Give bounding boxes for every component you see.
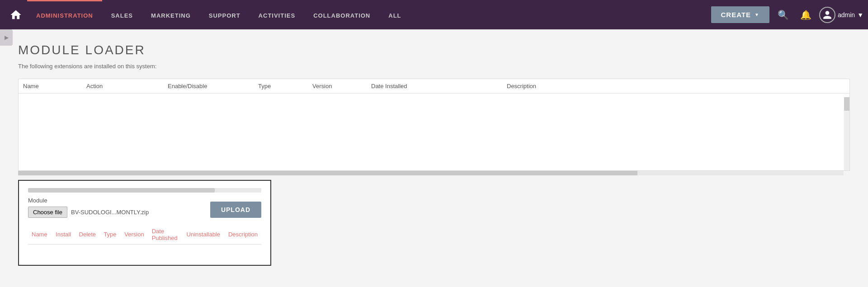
nav-item-collaboration[interactable]: COLLABORATION [304, 0, 379, 29]
nav-item-marketing[interactable]: MARKETING [142, 0, 200, 29]
col-version: Version [308, 79, 367, 94]
avatar [819, 7, 835, 23]
upload-table: Name Install Delete Type Version Date Pu… [28, 225, 261, 258]
table-scrollbar[interactable] [844, 97, 849, 170]
page-title: MODULE LOADER [18, 43, 850, 57]
nav-right: CREATE ▼ 🔍 🔔 admin ▼ [711, 6, 863, 24]
nav-item-support[interactable]: SUPPORT [200, 0, 250, 29]
create-caret-icon: ▼ [755, 12, 760, 17]
upload-button[interactable]: UPLOAD [210, 202, 261, 218]
col-type: Type [254, 79, 308, 94]
upload-h-scroll[interactable] [28, 188, 261, 193]
create-button[interactable]: CREATE ▼ [711, 6, 769, 23]
extensions-table: Name Action Enable/Disable Type Version … [19, 79, 849, 170]
choose-file-button[interactable]: Choose file [28, 207, 67, 218]
bell-icon: 🔔 [800, 9, 811, 20]
nav-item-sales[interactable]: SALES [102, 0, 142, 29]
sidebar-toggle[interactable]: ▶ [0, 29, 13, 46]
module-label: Module [28, 197, 149, 204]
upload-col-uninstallable: Uninstallable [183, 225, 225, 245]
admin-caret-icon: ▼ [857, 11, 863, 19]
admin-button[interactable]: admin ▼ [819, 7, 863, 23]
upload-col-install: Install [52, 225, 75, 245]
col-description: Description [502, 79, 843, 94]
notifications-button[interactable]: 🔔 [797, 6, 815, 24]
search-button[interactable]: 🔍 [774, 6, 792, 24]
home-button[interactable] [5, 0, 27, 29]
nav-item-administration[interactable]: ADMINISTRATION [27, 0, 102, 29]
nav-item-all[interactable]: ALL [379, 0, 410, 29]
page-subtitle: The following extensions are installed o… [18, 63, 850, 70]
main-content: MODULE LOADER The following extensions a… [0, 29, 868, 287]
col-enable-disable: Enable/Disable [163, 79, 254, 94]
upload-col-delete: Delete [75, 225, 100, 245]
table-scrollbar-thumb [844, 97, 849, 111]
empty-table-body [19, 94, 849, 170]
file-name-display: BV-SUDOLOGI...MONTLY.zip [71, 209, 149, 216]
navbar: ADMINISTRATION SALES MARKETING SUPPORT A… [0, 0, 868, 29]
nav-items: ADMINISTRATION SALES MARKETING SUPPORT A… [27, 0, 711, 29]
upload-section: Module Choose file BV-SUDOLOGI...MONTLY.… [18, 180, 271, 266]
upload-h-scroll-thumb [28, 188, 215, 193]
horizontal-scrollbar[interactable] [18, 171, 844, 175]
extensions-table-container: Name Action Enable/Disable Type Version … [18, 79, 850, 171]
upload-col-version: Version [121, 225, 148, 245]
upload-row: Module Choose file BV-SUDOLOGI...MONTLY.… [28, 197, 261, 218]
nav-item-activities[interactable]: ACTIVITIES [250, 0, 305, 29]
upload-col-date-published: Date Published [148, 225, 183, 245]
upload-col-type: Type [100, 225, 121, 245]
col-scrollbar-spacer [843, 79, 849, 94]
file-input-area: Choose file BV-SUDOLOGI...MONTLY.zip [28, 207, 149, 218]
col-name: Name [19, 79, 82, 94]
h-scrollbar-thumb [18, 171, 637, 175]
admin-label: admin [838, 11, 855, 19]
upload-table-empty [28, 244, 261, 258]
col-action: Action [82, 79, 163, 94]
module-field: Module Choose file BV-SUDOLOGI...MONTLY.… [28, 197, 149, 218]
search-icon: 🔍 [778, 9, 789, 20]
upload-col-name: Name [28, 225, 52, 245]
upload-col-description: Description [225, 225, 261, 245]
col-date-installed: Date Installed [367, 79, 502, 94]
chevron-right-icon: ▶ [5, 34, 9, 41]
